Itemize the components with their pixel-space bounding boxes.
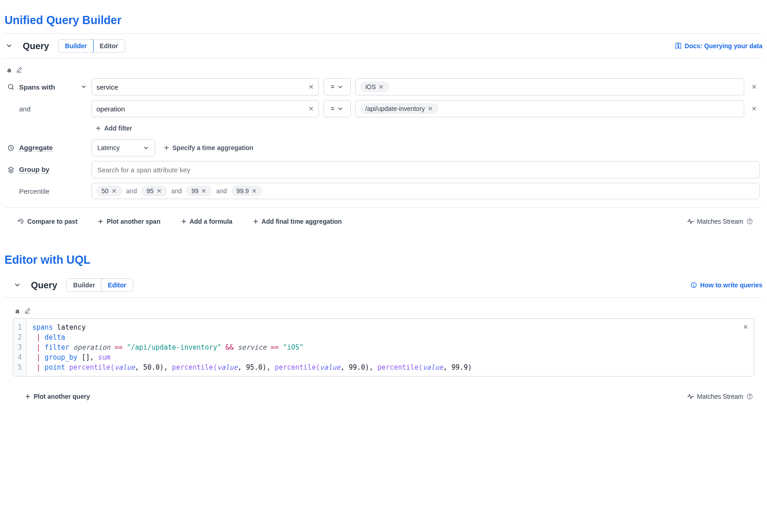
- aggregate-label: Aggregate: [7, 144, 87, 152]
- percentile-chip: 99✕: [187, 186, 212, 196]
- how-to-link[interactable]: How to write queries: [690, 281, 762, 289]
- aggregate-select[interactable]: Latency: [91, 139, 155, 156]
- add-final-agg-button[interactable]: Add final time aggregation: [249, 215, 346, 228]
- svg-point-0: [8, 84, 13, 89]
- filter-field-input[interactable]: ✕: [91, 78, 319, 95]
- activity-icon: [687, 218, 694, 225]
- tab-builder[interactable]: Builder: [58, 39, 94, 53]
- filter-field[interactable]: [96, 105, 308, 113]
- docs-link-text: Docs: Querying your data: [685, 42, 762, 50]
- query-header-2: Query Builder Editor How to write querie…: [13, 273, 762, 297]
- and-label: and: [7, 105, 87, 113]
- close-editor-button[interactable]: ✕: [743, 323, 748, 331]
- plus-icon: [95, 125, 101, 131]
- pencil-icon: [24, 307, 31, 315]
- chevron-down-icon: [143, 145, 149, 151]
- book-icon: [675, 42, 682, 50]
- help-icon: [746, 218, 753, 225]
- mode-toggle: Builder Editor: [58, 39, 125, 53]
- tab-editor[interactable]: Editor: [101, 278, 133, 292]
- percentile-chip: 95✕: [141, 186, 167, 196]
- builder-footer: Compare to past Plot another span Add a …: [5, 207, 762, 235]
- percentile-label: Percentile: [7, 187, 87, 195]
- plus-icon: [252, 218, 259, 225]
- code-editor[interactable]: ✕ 1 2 3 4 5 spans latency | delta | filt…: [13, 318, 754, 376]
- compare-to-past-button[interactable]: Compare to past: [14, 215, 81, 228]
- chevron-down-icon: [81, 84, 87, 90]
- code-content[interactable]: spans latency | delta | filter operation…: [27, 319, 754, 376]
- plus-icon: [97, 218, 104, 225]
- filter-op-select[interactable]: =: [323, 100, 351, 117]
- query-label: Query: [31, 280, 57, 291]
- chevron-down-icon: [337, 105, 343, 112]
- query-name: a: [7, 66, 11, 74]
- percentile-chip: 50✕: [96, 186, 122, 196]
- matches-stream-button[interactable]: Matches Stream: [687, 393, 753, 400]
- filter-field-input[interactable]: ✕: [91, 100, 319, 117]
- remove-chip-button[interactable]: ✕: [201, 188, 207, 194]
- tab-editor[interactable]: Editor: [93, 40, 124, 52]
- help-icon: [746, 393, 753, 400]
- remove-chip-button[interactable]: ✕: [378, 84, 384, 90]
- line-gutter: 1 2 3 4 5: [13, 319, 27, 376]
- plot-another-span-button[interactable]: Plot another span: [94, 215, 164, 228]
- query-label: Query: [23, 41, 49, 51]
- plus-icon: [163, 145, 170, 151]
- value-chip: /api/update-inventory ✕: [360, 104, 438, 114]
- chevron-down-icon: [337, 84, 343, 90]
- add-filter-button[interactable]: Add filter: [91, 122, 136, 135]
- section-title-builder: Unified Query Builder: [5, 0, 762, 33]
- add-formula-button[interactable]: Add a formula: [177, 215, 236, 228]
- clear-field-button[interactable]: ✕: [308, 105, 314, 112]
- plus-icon: [25, 393, 31, 400]
- groupby-label: Group by: [7, 166, 87, 174]
- value-chip: iOS ✕: [360, 82, 389, 92]
- collapse-toggle[interactable]: [13, 281, 22, 290]
- remove-chip-button[interactable]: ✕: [428, 105, 433, 112]
- edit-name-button[interactable]: [15, 66, 23, 74]
- layers-icon: [7, 166, 15, 173]
- filter-value-input[interactable]: iOS ✕: [355, 78, 744, 95]
- info-icon: [690, 281, 697, 289]
- percentile-box[interactable]: 50✕ and 95✕ and 99✕ and 99.9✕: [91, 183, 760, 199]
- filter-op-select[interactable]: =: [323, 78, 351, 95]
- mode-toggle-2: Builder Editor: [66, 278, 133, 292]
- remove-chip-button[interactable]: ✕: [111, 188, 117, 194]
- pencil-icon: [15, 66, 23, 74]
- matches-stream-button[interactable]: Matches Stream: [687, 218, 753, 225]
- filter-row: ✕ = iOS ✕ ✕: [91, 78, 760, 95]
- plot-another-query-button[interactable]: Plot another query: [21, 390, 94, 403]
- chevron-down-icon: [14, 281, 21, 289]
- filter-field[interactable]: [96, 83, 308, 91]
- remove-filter-button[interactable]: ✕: [749, 83, 760, 90]
- history-icon: [17, 218, 25, 225]
- spans-with-dropdown[interactable]: [81, 84, 87, 90]
- tab-builder[interactable]: Builder: [67, 279, 101, 291]
- clock-icon: [7, 144, 15, 151]
- query-header: Query Builder Editor Docs: Querying your…: [5, 34, 762, 58]
- spans-with-label: Spans with: [7, 83, 87, 91]
- percentile-chip: 99.9✕: [232, 186, 262, 196]
- docs-link[interactable]: Docs: Querying your data: [675, 42, 762, 50]
- remove-chip-button[interactable]: ✕: [156, 188, 162, 194]
- clear-field-button[interactable]: ✕: [308, 84, 314, 90]
- search-icon: [7, 83, 15, 90]
- query-name: a: [15, 307, 19, 315]
- plus-icon: [181, 218, 187, 225]
- filter-row: ✕ = /api/update-inventory ✕ ✕: [91, 100, 760, 117]
- activity-icon: [687, 393, 694, 400]
- remove-chip-button[interactable]: ✕: [252, 188, 257, 194]
- editor-footer: Plot another query Matches Stream: [5, 376, 762, 410]
- edit-name-button[interactable]: [24, 307, 31, 315]
- collapse-toggle[interactable]: [5, 41, 14, 50]
- how-to-text: How to write queries: [700, 281, 762, 289]
- chevron-down-icon: [5, 42, 13, 50]
- filter-value-input[interactable]: /api/update-inventory ✕: [355, 100, 744, 117]
- section-title-editor: Editor with UQL: [5, 235, 762, 273]
- specify-time-agg-button[interactable]: Specify a time aggregation: [160, 141, 257, 154]
- remove-filter-button[interactable]: ✕: [749, 105, 760, 112]
- groupby-input[interactable]: [91, 161, 760, 178]
